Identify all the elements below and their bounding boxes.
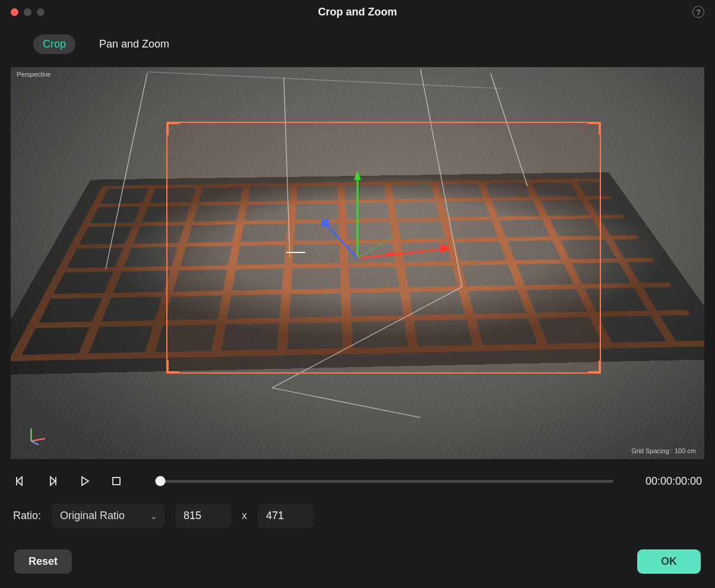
title-bar: Crop and Zoom ?: [0, 0, 715, 24]
preview-area: Perspective Grid Spacing : 100 cm: [0, 67, 715, 466]
svg-line-3: [491, 73, 527, 186]
svg-marker-21: [17, 477, 22, 485]
svg-line-6: [272, 388, 420, 418]
ratio-select[interactable]: Original Ratio ⌄: [52, 504, 164, 528]
help-icon: ?: [696, 8, 700, 17]
window-controls: [0, 8, 45, 16]
window-zoom-button[interactable]: [37, 8, 45, 16]
stop-button[interactable]: [109, 474, 124, 488]
timeline-track[interactable]: [156, 480, 613, 483]
svg-line-19: [31, 438, 45, 441]
timeline-playhead[interactable]: [156, 476, 166, 486]
svg-line-1: [284, 78, 290, 257]
viewport-label-grid-spacing: Grid Spacing : 100 cm: [631, 447, 696, 454]
help-button[interactable]: ?: [692, 6, 704, 18]
svg-rect-26: [113, 478, 120, 485]
ok-button[interactable]: OK: [637, 549, 701, 574]
play-button[interactable]: [77, 474, 91, 488]
ratio-label: Ratio:: [13, 510, 41, 522]
viewport-label-perspective: Perspective: [17, 71, 50, 78]
next-frame-button[interactable]: [45, 474, 59, 488]
crop-controls: Ratio: Original Ratio ⌄ x: [0, 492, 715, 533]
tab-crop[interactable]: Crop: [33, 34, 75, 54]
svg-rect-12: [322, 219, 329, 226]
svg-line-2: [420, 69, 462, 287]
transport-bar: 00:00:00:00: [0, 466, 715, 492]
window-minimize-button[interactable]: [24, 8, 31, 16]
dimension-separator: x: [242, 510, 247, 522]
timeline[interactable]: [156, 475, 613, 488]
mode-tabs: Crop Pan and Zoom: [0, 24, 715, 67]
svg-marker-23: [50, 477, 55, 485]
chevron-down-icon: ⌄: [150, 511, 157, 521]
window-title: Crop and Zoom: [0, 6, 715, 18]
crop-height-input[interactable]: [258, 504, 314, 528]
timecode: 00:00:00:00: [646, 475, 702, 488]
svg-line-5: [272, 287, 462, 388]
svg-line-4: [147, 72, 501, 88]
video-preview[interactable]: Perspective Grid Spacing : 100 cm: [11, 67, 704, 459]
svg-marker-8: [354, 170, 361, 180]
svg-line-13: [334, 193, 358, 258]
prev-frame-button[interactable]: [13, 474, 27, 488]
reset-button[interactable]: Reset: [14, 549, 72, 574]
crop-width-input[interactable]: [175, 504, 231, 528]
dialog-footer: Reset OK: [0, 533, 715, 588]
svg-line-11: [327, 225, 358, 258]
svg-marker-10: [439, 243, 451, 254]
tab-pan-and-zoom[interactable]: Pan and Zoom: [90, 34, 179, 54]
svg-line-0: [106, 73, 147, 269]
ratio-select-value: Original Ratio: [60, 510, 125, 521]
svg-marker-25: [82, 477, 88, 485]
window-close-button[interactable]: [11, 8, 18, 16]
viewport-wireframe: [11, 67, 704, 459]
svg-line-20: [31, 441, 39, 445]
mini-axes-icon: [26, 421, 51, 446]
